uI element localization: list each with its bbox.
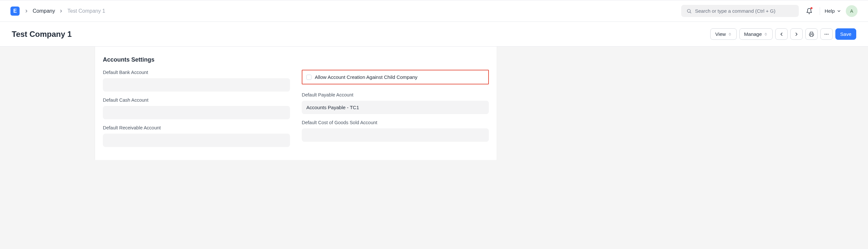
- divider: [820, 7, 820, 15]
- allow-child-label: Allow Account Creation Against Child Com…: [315, 74, 417, 80]
- default-receivable-field: Default Receivable Account: [103, 125, 290, 147]
- form-grid: Default Bank Account Default Cash Accoun…: [95, 70, 497, 147]
- default-bank-label: Default Bank Account: [103, 70, 290, 75]
- dots-horizontal-icon: [824, 32, 829, 37]
- form-col-left: Default Bank Account Default Cash Accoun…: [103, 70, 290, 147]
- svg-point-3: [825, 34, 825, 34]
- svg-point-0: [687, 9, 690, 12]
- page-header: Test Company 1 View Manage Save: [0, 22, 868, 47]
- next-button[interactable]: [790, 28, 803, 40]
- view-label: View: [715, 31, 725, 37]
- printer-icon: [809, 32, 814, 37]
- prev-button[interactable]: [775, 28, 788, 40]
- chevron-left-icon: [779, 32, 784, 37]
- breadcrumb: Company Test Company 1: [24, 8, 105, 14]
- topbar: E Company Test Company 1 Help A: [0, 0, 868, 22]
- allow-child-checkbox-row[interactable]: Allow Account Creation Against Child Com…: [302, 70, 486, 84]
- highlight-box: Allow Account Creation Against Child Com…: [302, 70, 489, 84]
- avatar[interactable]: A: [846, 5, 858, 17]
- form-col-right: Allow Account Creation Against Child Com…: [302, 70, 489, 147]
- default-payable-label: Default Payable Account: [302, 92, 489, 98]
- default-payable-field: Default Payable Account: [302, 92, 489, 114]
- manage-label: Manage: [744, 31, 762, 37]
- toolbar: View Manage Save: [710, 28, 856, 40]
- notifications-button[interactable]: [803, 5, 815, 17]
- chevron-right-icon: [59, 9, 63, 13]
- default-receivable-input[interactable]: [103, 134, 290, 147]
- search-input[interactable]: [695, 8, 794, 14]
- default-cogs-label: Default Cost of Goods Sold Account: [302, 120, 489, 125]
- default-cash-label: Default Cash Account: [103, 98, 290, 103]
- chevron-down-icon: [837, 9, 841, 13]
- breadcrumb-parent[interactable]: Company: [33, 8, 55, 14]
- more-button[interactable]: [820, 28, 833, 40]
- breadcrumb-current: Test Company 1: [67, 8, 105, 14]
- svg-point-4: [826, 34, 827, 34]
- page-title: Test Company 1: [12, 30, 72, 39]
- form-panel: Accounts Settings Default Bank Account D…: [95, 47, 497, 160]
- left-gutter: [0, 47, 95, 160]
- chevron-right-icon: [794, 32, 799, 37]
- view-button[interactable]: View: [710, 28, 736, 40]
- updown-icon: [728, 32, 732, 36]
- default-cogs-field: Default Cost of Goods Sold Account: [302, 120, 489, 142]
- svg-rect-2: [810, 35, 813, 36]
- default-payable-input[interactable]: [302, 101, 489, 114]
- default-bank-input[interactable]: [103, 78, 290, 92]
- search-icon: [686, 8, 692, 14]
- save-button[interactable]: Save: [835, 28, 856, 40]
- default-cash-input[interactable]: [103, 106, 290, 119]
- chevron-right-icon: [24, 9, 29, 13]
- manage-button[interactable]: Manage: [739, 28, 773, 40]
- updown-icon: [764, 32, 768, 36]
- search-bar[interactable]: [681, 5, 799, 17]
- default-bank-field: Default Bank Account: [103, 70, 290, 92]
- app-logo[interactable]: E: [10, 6, 20, 15]
- svg-point-5: [828, 34, 828, 34]
- help-label: Help: [825, 8, 835, 14]
- default-cogs-input[interactable]: [302, 129, 489, 142]
- notification-dot: [810, 7, 812, 9]
- default-receivable-label: Default Receivable Account: [103, 125, 290, 130]
- default-cash-field: Default Cash Account: [103, 98, 290, 119]
- print-button[interactable]: [805, 28, 818, 40]
- svg-line-1: [690, 12, 691, 13]
- help-menu[interactable]: Help: [825, 8, 841, 14]
- allow-child-checkbox[interactable]: [306, 75, 312, 80]
- content: Accounts Settings Default Bank Account D…: [0, 47, 868, 160]
- section-title: Accounts Settings: [95, 55, 497, 70]
